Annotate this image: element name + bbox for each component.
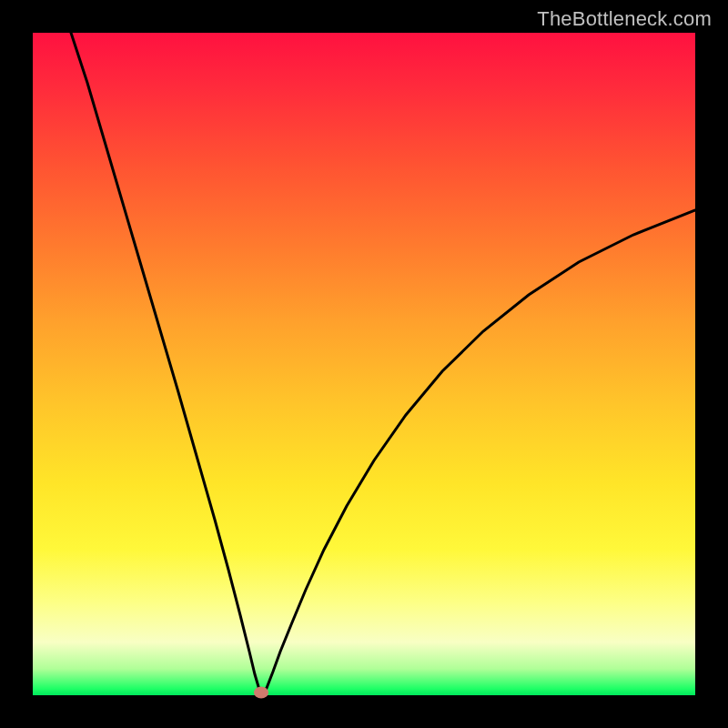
chart-frame: TheBottleneck.com: [0, 0, 728, 728]
curve-svg: [33, 33, 695, 695]
curve-left-segment: [71, 33, 261, 694]
watermark-text: TheBottleneck.com: [537, 7, 712, 31]
plot-area: [33, 33, 695, 695]
curve-right-segment: [263, 210, 695, 694]
cusp-marker: [254, 687, 268, 699]
